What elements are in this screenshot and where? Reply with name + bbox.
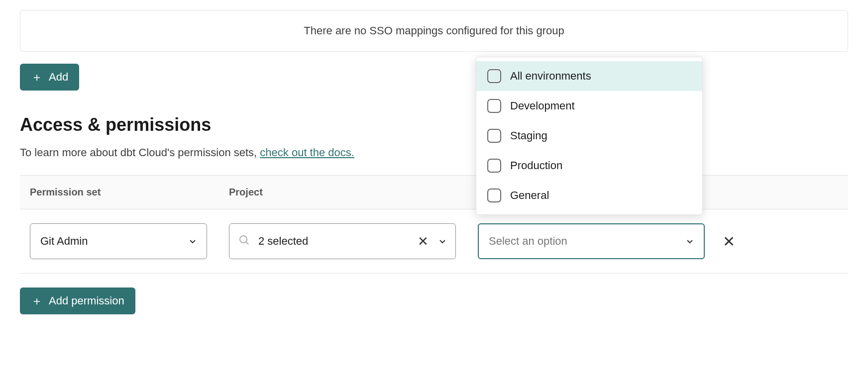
checkbox-icon [487,189,501,202]
permissions-table-header: Permission set Project [20,175,848,209]
option-label: General [510,189,549,202]
environment-dropdown: All environments Development Staging Pro… [476,57,703,215]
add-button-label: Add [49,71,68,84]
checkbox-icon [487,99,501,113]
permission-set-select[interactable]: Git Admin [30,223,207,259]
header-permission-set: Permission set [30,187,229,198]
environment-placeholder: Select an option [489,235,567,248]
environment-select[interactable]: Select an option [478,223,705,259]
environment-option[interactable]: General [476,181,702,210]
checkbox-icon [487,69,501,83]
project-multiselect[interactable]: 2 selected ✕ [229,223,456,259]
option-label: Production [510,159,562,172]
access-subtext: To learn more about dbt Cloud's permissi… [20,146,848,159]
chevron-down-icon [686,237,694,245]
clear-project-icon[interactable]: ✕ [418,234,429,249]
checkbox-icon [487,159,501,173]
option-label: All environments [510,70,591,83]
delete-row-icon[interactable]: ✕ [723,233,735,250]
environment-option[interactable]: Staging [476,121,702,151]
sso-empty-banner: There are no SSO mappings configured for… [20,10,848,52]
project-selected-text: 2 selected [258,235,418,248]
permission-row: Git Admin 2 selected ✕ Select an option [20,209,848,274]
header-project: Project [229,187,478,198]
permission-set-value: Git Admin [40,235,88,248]
chevron-down-icon [438,237,446,245]
environment-option[interactable]: All environments [476,61,702,91]
environment-option[interactable]: Production [476,151,702,181]
add-permission-button[interactable]: ＋ Add permission [20,288,135,314]
docs-link[interactable]: check out the docs. [260,146,354,159]
option-label: Staging [510,129,547,142]
svg-point-0 [240,236,247,243]
subtext-prefix: To learn more about dbt Cloud's permissi… [20,146,260,159]
add-button[interactable]: ＋ Add [20,64,79,91]
plus-icon: ＋ [31,71,43,83]
svg-line-1 [246,242,248,244]
search-icon [238,234,250,248]
checkbox-icon [487,129,501,143]
add-permission-label: Add permission [49,294,124,307]
option-label: Development [510,99,575,112]
sso-empty-text: There are no SSO mappings configured for… [304,24,564,37]
chevron-down-icon [189,237,197,245]
plus-icon: ＋ [31,295,43,307]
access-permissions-heading: Access & permissions [20,114,848,135]
environment-option[interactable]: Development [476,91,702,121]
